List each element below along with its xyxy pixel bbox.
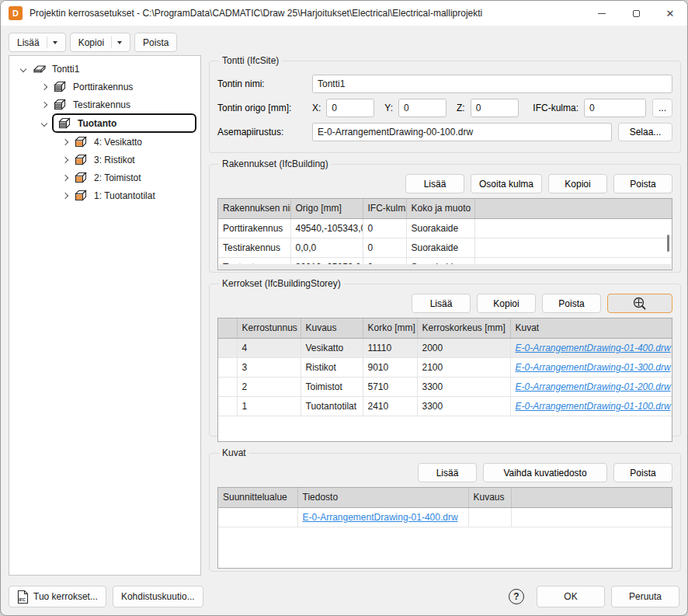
cell-design-area [218, 507, 297, 527]
ifc-angle-label: IFC-kulma: [533, 103, 579, 113]
tree-item-storey-1[interactable]: 1: Tuotantotilat [9, 186, 200, 204]
buildings-copy-button[interactable]: Kopioi [548, 174, 607, 193]
storeys-add-button[interactable]: Lisää [412, 294, 471, 313]
close-button[interactable]: ✕ [653, 1, 687, 26]
import-storeys-label: Tuo kerrokset... [33, 591, 98, 602]
split-divider [111, 37, 112, 48]
storey-icon [75, 190, 89, 202]
chevron-right-icon[interactable] [62, 174, 68, 180]
column-header: Koko ja muoto [406, 199, 474, 218]
cell-origin: 0,0,0 [290, 238, 363, 257]
column-header [474, 199, 672, 218]
x-label: X: [312, 103, 321, 113]
origin-z-input[interactable] [471, 99, 519, 117]
close-icon: ✕ [666, 9, 675, 19]
add-button-label: Lisää [17, 37, 47, 48]
cell-description: Toimistot [301, 377, 363, 396]
horizontal-scrollbar[interactable] [219, 264, 671, 270]
origin-more-button[interactable]: ... [652, 99, 672, 117]
site-name-input[interactable] [312, 75, 672, 93]
cell-description: Ristikot [301, 357, 363, 377]
add-split-button[interactable]: Lisää [9, 33, 66, 52]
origin-y-input[interactable] [398, 99, 447, 117]
table-row[interactable]: Testirakennus 0,0,0 0 Suorakaide [218, 238, 672, 257]
ok-button[interactable]: OK [537, 586, 605, 607]
images-add-button[interactable]: Lisää [418, 463, 477, 482]
storeys-delete-button[interactable]: Poista [542, 294, 601, 313]
drawing-link[interactable]: E-0-ArrangementDrawing-01-200.drw [516, 381, 671, 392]
cell-elevation: 9010 [363, 357, 417, 377]
cell-description: Vesikatto [301, 338, 363, 357]
images-delete-button[interactable]: Poista [613, 463, 672, 482]
cell-storey-height: 2000 [417, 338, 510, 357]
ifc-angle-input[interactable] [584, 99, 646, 117]
cell-description [468, 507, 511, 527]
site-group: Tontti (IfcSite) Tontin nimi: Tontin ori… [209, 55, 681, 153]
column-header: Korko [mm] [363, 318, 417, 338]
tree-item-porttirakennus[interactable]: Porttirakennus [9, 78, 200, 96]
tree-selection-frame[interactable]: Tuotanto [52, 113, 196, 133]
tree-item-storey-4[interactable]: 4: Vesikatto [9, 133, 200, 151]
cell-description: Tuotantotilat [301, 396, 363, 416]
table-row-selected[interactable]: 4 Vesikatto 11110 2000 E-0-ArrangementDr… [218, 338, 672, 357]
alignment-cube-label: Kohdistuskuutio... [121, 591, 195, 602]
cancel-button[interactable]: Peruuta [611, 586, 679, 607]
chevron-right-icon[interactable] [62, 192, 68, 198]
arrangement-drawing-label: Asemapiirustus: [217, 127, 312, 137]
arrangement-drawing-input[interactable] [312, 123, 612, 141]
images-group: Kuvat Lisää Vaihda kuvatiedosto Poista S… [209, 447, 681, 572]
table-row[interactable]: E-0-ArrangementDrawing-01-400.drw [218, 507, 672, 527]
delete-button[interactable]: Poista [134, 33, 177, 52]
buildings-group-legend: Rakennukset (IfcBuilding) [219, 158, 332, 169]
buildings-delete-button[interactable]: Poista [613, 174, 672, 193]
alignment-cube-button[interactable]: Kohdistuskuutio... [113, 586, 203, 607]
cell-storey-id: 2 [237, 377, 301, 396]
storeys-zoom-toggle-button[interactable] [607, 294, 672, 313]
buildings-point-angle-button[interactable]: Osoita kulma [471, 174, 542, 193]
tree-item-tuotanto[interactable]: Tuotanto [9, 113, 200, 133]
column-header: Suunnittelualue [218, 488, 297, 507]
help-button[interactable]: ? [509, 589, 524, 604]
dialog-window: D Projektin kerrosasetukset - C:\Program… [0, 0, 688, 616]
chevron-down-icon[interactable] [41, 120, 47, 126]
table-row[interactable]: Porttirakennus 49540,-105343,0 0 Suoraka… [218, 218, 672, 238]
column-header: Kuvaus [301, 318, 363, 338]
storeys-copy-button[interactable]: Kopioi [477, 294, 536, 313]
cell-shape: Suorakaide [406, 238, 474, 257]
minimize-button[interactable] [585, 1, 619, 26]
cell-ifc-angle: 0 [363, 238, 406, 257]
drawing-link[interactable]: E-0-ArrangementDrawing-01-400.drw [516, 343, 671, 353]
drawing-link[interactable]: E-0-ArrangementDrawing-01-400.drw [303, 512, 458, 523]
chevron-down-icon[interactable] [20, 65, 26, 71]
chevron-right-icon[interactable] [41, 83, 47, 89]
details-panel: Tontti (IfcSite) Tontin nimi: Tontin ori… [209, 52, 681, 572]
chevron-right-icon[interactable] [41, 101, 47, 107]
maximize-button[interactable] [619, 1, 653, 26]
tree-item-label: 3: Ristikot [94, 155, 135, 165]
chevron-down-icon[interactable] [117, 41, 122, 44]
vertical-scrollbar-thumb[interactable] [667, 235, 669, 252]
drawing-link[interactable]: E-0-ArrangementDrawing-01-300.drw [516, 362, 671, 373]
origin-x-input[interactable] [326, 99, 374, 117]
buildings-add-button[interactable]: Lisää [405, 174, 464, 193]
chevron-right-icon[interactable] [62, 156, 68, 162]
tree-item-storey-3[interactable]: 3: Ristikot [9, 151, 200, 169]
ifc-file-icon: IFC [17, 590, 29, 604]
tree-item-testirakennus[interactable]: Testirakennus [9, 96, 200, 113]
drawing-link[interactable]: E-0-ArrangementDrawing-01-100.drw [516, 401, 671, 412]
site-group-legend: Tontti (IfcSite) [219, 55, 282, 66]
chevron-right-icon[interactable] [62, 138, 68, 144]
chevron-down-icon[interactable] [53, 41, 57, 44]
table-row[interactable]: 2 Toimistot 5710 3300 E-0-ArrangementDra… [218, 377, 672, 396]
import-storeys-button[interactable]: IFC Tuo kerrokset... [9, 586, 106, 607]
table-row[interactable]: 1 Tuotantotilat 2410 3300 E-0-Arrangemen… [218, 396, 672, 416]
tree-item-label: Testirakennus [73, 99, 130, 110]
tree-item-storey-2[interactable]: 2: Toimistot [9, 169, 200, 186]
storeys-group-legend: Kerrokset (IfcBuildingStorey) [219, 278, 344, 289]
site-icon [33, 63, 47, 75]
tree-item-tontti1[interactable]: Tontti1 [9, 60, 200, 78]
browse-button[interactable]: Selaa... [618, 123, 672, 141]
images-change-file-button[interactable]: Vaihda kuvatiedosto [483, 463, 607, 482]
table-row[interactable]: 3 Ristikot 9010 2100 E-0-ArrangementDraw… [218, 357, 672, 377]
copy-split-button[interactable]: Kopioi [70, 33, 130, 52]
